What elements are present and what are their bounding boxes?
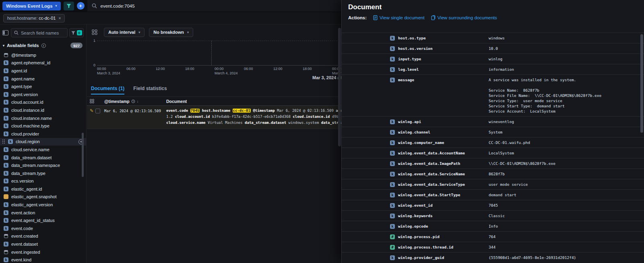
document-field-row[interactable]: khost.os.typewindows — [342, 33, 644, 43]
flyout-field-name: winlog.keywords — [398, 213, 489, 218]
clock-icon — [131, 99, 135, 103]
field-list-item[interactable]: kecs.version — [0, 177, 86, 185]
document-field-row[interactable]: kwinlog.event_data.AccountNameLocalSyste… — [342, 148, 644, 158]
row-checkbox[interactable] — [95, 109, 100, 113]
doc-field-name: cloud.account.id — [175, 115, 210, 119]
document-field-row[interactable]: kwinlog.keywordsClassic — [342, 210, 644, 221]
view-surrounding-documents-link[interactable]: View surrounding documents — [431, 15, 497, 20]
document-field-row[interactable]: kwinlog.apiwineventlog — [342, 116, 644, 127]
keyword-field-icon: k — [390, 36, 395, 41]
document-field-row[interactable]: kwinlog.event_id7045 — [342, 200, 644, 210]
document-row[interactable]: ✎ Mar 6, 2024 @ 02:13:16.509 event.code … — [87, 106, 341, 129]
add-filter-button[interactable]: + — [77, 2, 85, 10]
field-list-item[interactable]: kelastic_agent.version — [0, 201, 86, 209]
field-list-item[interactable]: kevent.dataset — [0, 240, 86, 248]
field-list-item[interactable]: kdata_stream.type — [0, 169, 86, 177]
flyout-scrollbar-thumb[interactable] — [640, 34, 643, 133]
timestamp-column-header[interactable]: @timestamp ↓ — [104, 99, 166, 104]
query-filter-button[interactable] — [64, 2, 74, 10]
field-list-item[interactable]: kdata_stream.dataset — [0, 154, 86, 162]
search-field-names-input[interactable]: Search field names — [11, 28, 68, 37]
breakdown-select[interactable]: No breakdown ▾ — [149, 28, 193, 37]
field-list-item[interactable]: kcloud.instance.name — [0, 114, 86, 122]
document-field-row[interactable]: kmessageA service was installed in the s… — [342, 74, 644, 116]
field-list-item[interactable]: kcloud.provider — [0, 130, 86, 138]
field-name-label: event.ingested — [11, 250, 40, 255]
field-list-item[interactable]: kevent.code — [0, 224, 86, 232]
keyword-field-icon: k — [390, 172, 395, 177]
chevron-down-icon: ▾ — [138, 31, 140, 34]
field-list-item[interactable]: kevent.kind — [0, 256, 86, 263]
flyout-field-value: System — [489, 129, 638, 135]
field-list-item[interactable]: kagent.ephemeral_id — [0, 59, 86, 67]
keyword-field-icon: k — [390, 214, 395, 218]
grid-controls-header[interactable] — [87, 99, 104, 103]
data-view-label: Windows Event Logs — [6, 4, 53, 8]
grid-scrollbar-thumb[interactable] — [338, 28, 341, 146]
field-list-item[interactable]: kcloud.service.name — [0, 146, 86, 154]
field-list-item[interactable]: kagent.version — [0, 90, 86, 99]
field-list-item[interactable]: kdata_stream.namespace — [0, 161, 86, 169]
document-field-row[interactable]: kwinlog.channelSystem — [342, 127, 644, 137]
field-list-item[interactable]: kevent.agent_id_status — [0, 216, 86, 224]
document-field-row[interactable]: #winlog.process.pid764 — [342, 231, 644, 242]
field-list-item[interactable]: kelastic_agent.id — [0, 185, 86, 193]
document-field-row[interactable]: #winlog.process.thread.id344 — [342, 242, 644, 252]
documents-grid: @timestamp ↓ Document ✎ Mar 6, 2024 @ 02… — [87, 97, 341, 129]
chart-toolbar: Auto interval ▾ No breakdown ▾ — [90, 27, 193, 37]
collapse-sidebar-button[interactable] — [1, 29, 9, 37]
document-column-header[interactable]: Document — [166, 99, 341, 104]
drag-handle-icon[interactable] — [2, 140, 3, 140]
view-single-document-link[interactable]: View single document — [373, 15, 425, 20]
keyword-field-icon: k — [390, 119, 395, 124]
interval-select[interactable]: Auto interval ▾ — [104, 28, 144, 37]
field-list-item[interactable]: @timestamp — [0, 51, 86, 59]
field-list-item[interactable]: elastic_agent.snapshot — [0, 193, 86, 201]
field-list-item[interactable]: kcloud.instance.id — [0, 106, 86, 114]
field-list-item[interactable]: kagent.id — [0, 67, 86, 75]
document-field-row[interactable]: kwinlog.event_data.ImagePath\\CC-DC-01\A… — [342, 158, 644, 168]
filter-pill[interactable]: host.hostname: cc-dc-01 × — [3, 14, 65, 23]
keyword-field-icon: k — [4, 116, 8, 121]
sort-descending-icon[interactable]: ↓ — [137, 99, 139, 103]
field-name-label: cloud.machine.type — [11, 123, 50, 128]
field-list-item[interactable]: kcloud.machine.type — [0, 122, 86, 130]
sidebar-scrollbar-thumb[interactable] — [82, 133, 84, 177]
field-list-item[interactable]: event.created — [0, 232, 86, 240]
row-controls: ✎ — [87, 108, 104, 126]
field-name-label: data_stream.namespace — [11, 163, 60, 168]
expand-document-icon[interactable]: ✎ — [90, 109, 93, 113]
keyword-field-icon: k — [8, 139, 13, 144]
chart-options-button[interactable] — [90, 27, 99, 37]
tab-documents[interactable]: Documents (1) — [91, 86, 124, 95]
flyout-field-name: winlog.channel — [398, 129, 489, 135]
keyword-field-icon: k — [390, 182, 395, 187]
tick-time: 12:00 — [156, 67, 165, 71]
document-field-row[interactable]: kwinlog.computer_nameCC-DC-01.waifu.phd — [342, 137, 644, 148]
data-view-picker[interactable]: Windows Event Logs ▾ — [2, 2, 61, 10]
chevron-down-icon[interactable]: ▾ — [3, 44, 4, 47]
document-field-row[interactable]: klog.levelinformation — [342, 64, 644, 74]
field-list-item[interactable]: kcloud.account.id — [0, 99, 86, 107]
flyout-field-name: host.os.type — [398, 35, 489, 41]
document-field-row[interactable]: kwinlog.event_data.StartTypedemand start — [342, 189, 644, 200]
flyout-field-value: Info — [489, 224, 638, 229]
document-field-row[interactable]: kinput.typewinlog — [342, 53, 644, 64]
document-field-row[interactable]: kwinlog.provider_guid{555908d1-a6d7-4695… — [342, 252, 644, 263]
field-list-item[interactable]: event.ingested — [0, 248, 86, 256]
field-list-item[interactable]: kagent.name — [0, 75, 86, 83]
document-field-row[interactable]: kwinlog.event_data.ServiceTypeuser mode … — [342, 179, 644, 189]
field-list-item[interactable]: kevent.action — [0, 209, 86, 217]
field-list-item[interactable]: kcloud.region+ — [0, 138, 86, 146]
document-field-row[interactable]: kwinlog.event_data.ServiceName8628f7b — [342, 168, 644, 179]
x-axis-tick-label: 00:00March 4, 2024 — [215, 67, 238, 75]
keyword-field-icon: k — [4, 155, 8, 160]
document-fields-table: khost.os.typewindowskhost.os.version10.0… — [342, 33, 644, 263]
close-icon[interactable]: × — [58, 16, 61, 21]
document-summary-line: cloud.service.name Virtual Machines data… — [166, 120, 341, 126]
field-list-item[interactable]: kagent.type — [0, 82, 86, 90]
tab-field-statistics[interactable]: Field statistics — [133, 86, 167, 95]
field-filter-button[interactable]: 0 — [69, 28, 84, 37]
document-field-row[interactable]: kwinlog.opcodeInfo — [342, 221, 644, 231]
document-field-row[interactable]: khost.os.version10.0 — [342, 43, 644, 53]
